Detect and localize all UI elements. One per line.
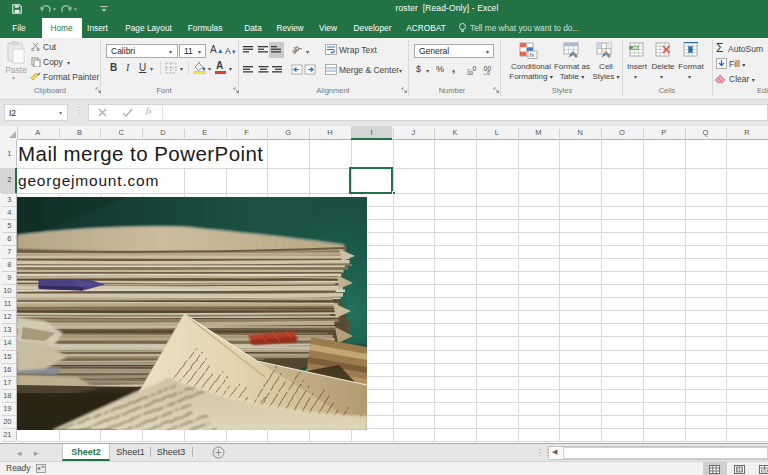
svg-text:ab: ab (292, 44, 301, 55)
svg-text:.00: .00 (466, 70, 473, 75)
svg-text:→0: →0 (482, 70, 490, 75)
